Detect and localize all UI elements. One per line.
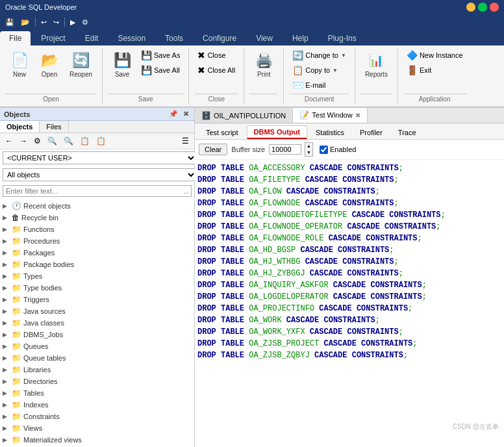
reopen-button[interactable]: 🔄 Reopen [65,48,97,81]
close-button[interactable]: ✖ Close [194,48,238,62]
tab-plugins[interactable]: Plug-Ins [319,31,366,45]
panel-tab-files[interactable]: Files [40,121,68,133]
tree-item-java-classes[interactable]: ▶ 📁 Java classes [0,317,194,329]
reports-button[interactable]: 📊 Reports [360,48,392,81]
filter-input[interactable] [3,186,182,196]
object-type-select[interactable]: All objects [3,168,197,181]
minimize-button[interactable] [466,3,475,12]
email-button[interactable]: ✉️ E-mail [289,78,349,92]
expand-icon: ▶ [3,296,10,303]
buffer-down-btn[interactable]: ▼ [305,149,312,156]
toolbar-settings-btn[interactable]: ⚙ [31,135,44,147]
tree-item-tables[interactable]: ▶ 📁 Tables [0,387,194,399]
tree-label: Type bodies [23,284,62,292]
sql-line: DROP TABLE OA_HD_BGSP CASCADE CONSTRAINT… [197,244,501,256]
tab-tools[interactable]: Tools [156,31,192,45]
toolbar-forward-btn[interactable]: → [17,135,30,147]
toolbar-copy-btn[interactable]: 📋 [77,135,92,147]
panel-close-button[interactable]: ✖ [182,110,190,118]
tree-item-functions[interactable]: ▶ 📁 Functions [0,224,194,235]
recent-icon: 🕐 [12,201,21,211]
tree-item-packages[interactable]: ▶ 📁 Packages [0,247,194,259]
panel-options-btn[interactable]: ☰ [179,135,192,147]
tree-item-recycle[interactable]: ▶ 🗑 Recycle bin [0,212,194,224]
qa-separator2 [64,18,65,27]
toolbar-search2-btn[interactable]: 🔍 [61,135,76,147]
change-to-button[interactable]: 🔄 Change to ▼ [289,48,349,62]
save-all-button[interactable]: 💾 Save All [138,63,183,77]
maximize-button[interactable] [478,3,487,12]
tree-item-dbms-jobs[interactable]: ▶ 📁 DBMS_Jobs [0,329,194,340]
filter-options-btn[interactable]: ... [182,188,191,195]
toolbar-back-btn[interactable]: ← [3,135,16,147]
print-button[interactable]: 🖨️ Print [249,48,278,81]
open-button[interactable]: 📂 Open [35,48,64,81]
tree-item-type-bodies[interactable]: ▶ 📁 Type bodies [0,282,194,294]
application-small-group: 🔷 New Instance 🚪 Exit [403,48,466,77]
tab-edit[interactable]: Edit [76,31,108,45]
inner-tab-dbms-output[interactable]: DBMS Output [247,125,307,139]
test-tab-close[interactable]: ✖ [355,112,360,119]
new-icon: 📄 [10,51,29,70]
save-icon: 💾 [113,51,131,70]
new-instance-button[interactable]: 🔷 New Instance [403,48,466,62]
copy-to-button[interactable]: 📋 Copy to ▼ [289,63,349,77]
new-button[interactable]: 📄 New [5,48,34,81]
tree-item-recent[interactable]: ▶ 🕐 Recent objects [0,200,194,212]
qa-run-btn[interactable]: ▶ [68,17,78,28]
qa-save-btn[interactable]: 💾 [3,17,17,28]
tree-item-constraints[interactable]: ▶ 📁 Constraints [0,411,194,422]
tree-item-queues[interactable]: ▶ 📁 Queues [0,340,194,352]
watermark: CSDN @左直拳 [453,422,499,431]
tree-item-mat-views[interactable]: ▶ 📁 Materialized views [0,434,194,446]
tree-label: Triggers [23,296,49,303]
clear-button[interactable]: Clear [199,144,227,155]
editor-tab-test[interactable]: 📝 Test Window ✖ [293,108,367,123]
toolbar-search-btn[interactable]: 🔍 [45,135,60,147]
qa-undo-btn[interactable]: ↩ [38,17,49,28]
tree-item-triggers[interactable]: ▶ 📁 Triggers [0,294,194,305]
ribbon: File Project Edit Session Tools Configur… [0,30,504,108]
inner-tab-profiler[interactable]: Profiler [353,126,390,138]
tree-item-libraries[interactable]: ▶ 📁 Libraries [0,364,194,376]
editor-tab-oil[interactable]: 🗄️ OIL_ANTIPOLLUTION [195,109,293,123]
tree-item-procedures[interactable]: ▶ 📁 Procedures [0,235,194,247]
panel-tab-objects[interactable]: Objects [0,121,40,133]
buffer-up-btn[interactable]: ▲ [305,143,312,149]
open-group-label: Open [5,94,97,104]
tree-item-views[interactable]: ▶ 📁 Views [0,422,194,434]
save-button[interactable]: 💾 Save [108,48,136,81]
qa-redo-btn[interactable]: ↪ [51,17,62,28]
qa-open-btn[interactable]: 📂 [18,17,32,28]
inner-tab-statistics[interactable]: Statistics [309,126,351,138]
close-all-button[interactable]: ✖ Close All [194,63,238,77]
qa-settings-btn[interactable]: ⚙ [79,17,91,28]
tree-item-types[interactable]: ▶ 📁 Types [0,270,194,282]
recycle-icon: 🗑 [12,213,19,222]
tree-item-directories[interactable]: ▶ 📁 Directories [0,376,194,387]
tree-label: Constraints [23,413,60,420]
tree-item-indexes[interactable]: ▶ 📁 Indexes [0,399,194,411]
folder-icon: 📁 [12,400,21,409]
reopen-label: Reopen [69,71,92,78]
save-as-button[interactable]: 💾 Save As [138,48,183,62]
buffer-size-input[interactable] [269,144,301,155]
tree-item-java-sources[interactable]: ▶ 📁 Java sources [0,305,194,317]
current-user-select[interactable]: <CURRENT USER> [3,151,197,164]
inner-tab-test-script[interactable]: Test script [199,126,246,138]
tree-item-package-bodies[interactable]: ▶ 📁 Package bodies [0,259,194,270]
toolbar-copy2-btn[interactable]: 📋 [94,135,108,147]
tab-view[interactable]: View [247,31,282,45]
tab-configure[interactable]: Configure [194,31,246,45]
exit-button[interactable]: 🚪 Exit [403,63,466,77]
tab-file[interactable]: File [0,31,31,45]
enabled-checkbox[interactable] [320,146,328,154]
tab-help[interactable]: Help [283,31,318,45]
tab-project[interactable]: Project [32,31,74,45]
save-as-icon: 💾 [141,50,152,60]
close-button[interactable] [490,3,499,12]
tree-item-queue-tables[interactable]: ▶ 📁 Queue tables [0,352,194,364]
inner-tab-trace[interactable]: Trace [391,126,423,138]
panel-pin-button[interactable]: 📌 [168,110,179,118]
tab-session[interactable]: Session [108,31,155,45]
